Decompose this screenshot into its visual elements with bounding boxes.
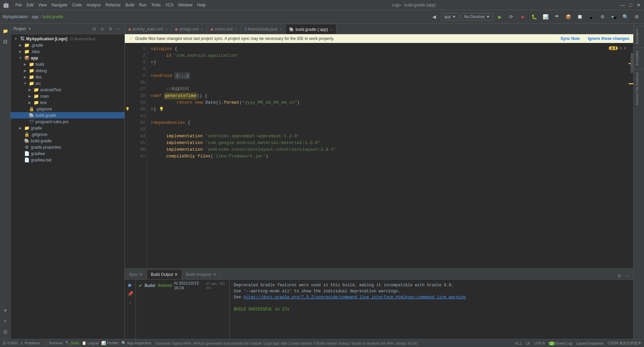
project-panel-dropdown[interactable]: ▼ xyxy=(28,27,32,31)
minimize-button[interactable]: — xyxy=(620,2,625,8)
menu-refactor[interactable]: Refactor xyxy=(104,2,123,8)
tree-item-gradle-folder[interactable]: ▶ 📁 gradle xyxy=(11,125,124,131)
run-button[interactable]: ▶ xyxy=(495,12,504,21)
logcat-button[interactable]: 📋 Logcat xyxy=(82,341,99,345)
bottom-tab-build-output[interactable]: Build Output ✕ xyxy=(147,270,182,279)
expand-arrow[interactable]: ▶ xyxy=(23,62,28,66)
apk-analyzer-button[interactable]: 📦 xyxy=(564,12,573,21)
minimize-panel-icon[interactable]: — xyxy=(624,272,631,279)
right-tab-device-file-explorer[interactable]: Device File Explorer xyxy=(634,69,644,107)
docs-link[interactable]: https://docs.gradle.org/7.0.2/userguide/… xyxy=(244,295,466,300)
project-tool-icon[interactable]: 📁 xyxy=(1,26,10,36)
scroll-end-icon[interactable]: ↓ xyxy=(126,298,134,306)
tree-item-main[interactable]: ▶ 📁 main xyxy=(11,93,124,99)
bottom-tab-build-analyzer[interactable]: Build Analyzer ✕ xyxy=(182,270,221,279)
right-tab-emulator[interactable]: Emulator xyxy=(634,48,644,68)
tree-item-idea[interactable]: ▶ 📁 .idea xyxy=(11,48,124,55)
profile-button[interactable]: 📊 xyxy=(541,12,550,21)
menu-help[interactable]: Help xyxy=(195,2,208,8)
menu-window[interactable]: Window xyxy=(176,2,195,8)
line-ending[interactable]: LF xyxy=(526,341,530,345)
menu-navigate[interactable]: Navigate xyxy=(50,2,69,8)
build-button[interactable]: 🔨 Build xyxy=(65,341,79,345)
pin-icon[interactable]: 📌 xyxy=(126,290,134,298)
close-tab-icon[interactable]: ✕ xyxy=(139,272,143,277)
close-tab-icon[interactable]: ✕ xyxy=(235,28,237,31)
encoding[interactable]: UTF-8 xyxy=(534,341,545,345)
coverage-button[interactable]: ☂ xyxy=(552,12,561,21)
right-tab-assistant[interactable]: Assistant xyxy=(634,26,644,47)
tree-item-build-gradle-root[interactable]: 🐘 build.gradle xyxy=(11,138,124,144)
tree-item-gradlew[interactable]: 📄 gradlew xyxy=(11,150,124,157)
expand-arrow[interactable]: ▶ xyxy=(28,88,32,92)
menu-build[interactable]: Build xyxy=(123,2,137,8)
expand-arrow[interactable]: ▶ xyxy=(28,94,32,98)
locate-file-button[interactable]: ◎ xyxy=(99,26,106,32)
menu-code[interactable]: Code xyxy=(70,2,84,8)
collapse-all-button[interactable]: ⊟ xyxy=(91,26,98,32)
sync-button[interactable]: ⟳ xyxy=(506,12,516,21)
cursor-position[interactable]: 41:1 xyxy=(515,341,522,345)
build-output[interactable]: Deprecated Gradle features were used in … xyxy=(230,280,633,339)
sync-now-link[interactable]: Sync Now xyxy=(560,36,580,41)
tree-item-build[interactable]: ▶ 📁 build xyxy=(11,61,124,67)
expand-arrow[interactable]: ▶ xyxy=(18,50,23,53)
run-icon[interactable]: ▶ xyxy=(126,281,134,289)
tab-colors-xml[interactable]: ◈ colors.xml ✕ xyxy=(207,24,241,34)
tree-item-gradle-hidden[interactable]: ▶ 📁 .gradle xyxy=(11,42,124,48)
tree-item-gradle-properties[interactable]: ⚙ gradle.properties xyxy=(11,144,124,150)
tab-mainactivity-java[interactable]: J MainActivity.java ✕ xyxy=(241,24,286,34)
tab-strings-xml[interactable]: ◈ strings.xml ✕ xyxy=(171,24,207,34)
maximize-button[interactable]: □ xyxy=(628,2,633,8)
collapse-warnings-icon[interactable]: ∨ xyxy=(624,46,627,50)
tree-item-src[interactable]: ▼ 📁 src xyxy=(11,80,124,87)
close-tab-icon[interactable]: ✕ xyxy=(330,28,333,32)
build-variants-icon[interactable]: ▥ xyxy=(1,327,10,336)
sdk-manager-button[interactable]: ⚙ xyxy=(598,12,607,21)
terminal-button[interactable]: ⬛ Terminal xyxy=(43,341,62,345)
breadcrumb-file[interactable]: build.gradle xyxy=(43,14,63,19)
structure-icon[interactable]: ≡ xyxy=(1,316,10,326)
fold-icon[interactable]: ⊟ xyxy=(151,106,153,113)
problems-button[interactable]: ⚠ Problems xyxy=(20,341,40,345)
expand-arrow[interactable]: ▼ xyxy=(13,37,18,41)
fold-icon[interactable]: ⊟ xyxy=(151,72,153,79)
tree-item-myapplication[interactable]: ▼ 🏗 MyApplication [Logo] D:\AndroidStud xyxy=(11,36,124,42)
search-everywhere-button[interactable]: 🔍 xyxy=(621,12,630,21)
close-tab-icon[interactable]: ✕ xyxy=(213,272,216,277)
device-manager-button[interactable]: 📱 xyxy=(586,12,596,21)
menu-analyze[interactable]: Analyze xyxy=(85,2,103,8)
expand-arrow[interactable]: ▶ xyxy=(23,69,28,72)
menu-file[interactable]: File xyxy=(13,2,24,8)
expand-arrow[interactable]: ▼ xyxy=(23,82,28,85)
attach-debugger-button[interactable]: 🐛 xyxy=(529,12,539,21)
build-entry[interactable]: ✔ Build: finished At 2021/10/15 16:24 27… xyxy=(136,280,229,292)
code-content[interactable]: ⊟ plugins { id 'com.android.application'… xyxy=(147,43,629,268)
event-log-button[interactable]: 2 Event Log xyxy=(549,341,572,345)
fold-icon[interactable]: ⊟ xyxy=(151,119,153,126)
app-selector[interactable]: app ▼ xyxy=(441,13,459,20)
tree-item-debug[interactable]: ▶ 📁 debug xyxy=(11,67,124,74)
ignore-changes-link[interactable]: Ignore these changes xyxy=(588,36,629,41)
breadcrumb-module[interactable]: app xyxy=(32,14,39,19)
avd-manager-button[interactable]: 📲 xyxy=(609,12,619,21)
expand-arrow[interactable]: ▶ xyxy=(28,101,32,104)
scrollbar-thumb[interactable] xyxy=(631,53,633,73)
fold-icon[interactable]: ⊟ xyxy=(151,93,153,99)
settings-icon[interactable]: ⚙ xyxy=(616,272,623,279)
breadcrumb-app[interactable]: MyApplication xyxy=(3,14,28,19)
mini-scrollbar[interactable] xyxy=(629,43,633,268)
fold-icon[interactable]: ⊟ xyxy=(151,59,153,66)
resource-manager-icon[interactable]: 🖼 xyxy=(1,37,10,46)
expand-arrow[interactable]: ▶ xyxy=(18,126,23,130)
tab-activity-main-xml[interactable]: ◈ activity_main.xml ✕ xyxy=(125,24,171,34)
tab-build-gradle-app[interactable]: 🐘 build.gradle (:app) ✕ xyxy=(286,24,336,34)
expand-warnings-icon[interactable]: ∧ xyxy=(619,46,622,50)
project-settings-button[interactable]: ⚙ xyxy=(107,26,114,32)
close-button[interactable]: ✕ xyxy=(636,2,641,8)
app-inspection-button[interactable]: 🔍 App Inspection xyxy=(121,341,151,345)
todo-button[interactable]: ☰ TODO xyxy=(3,341,17,345)
tree-item-app[interactable]: ▼ 📦 app xyxy=(11,55,124,61)
menu-run[interactable]: Run xyxy=(137,2,149,8)
expand-arrow[interactable]: ▼ xyxy=(18,56,23,60)
